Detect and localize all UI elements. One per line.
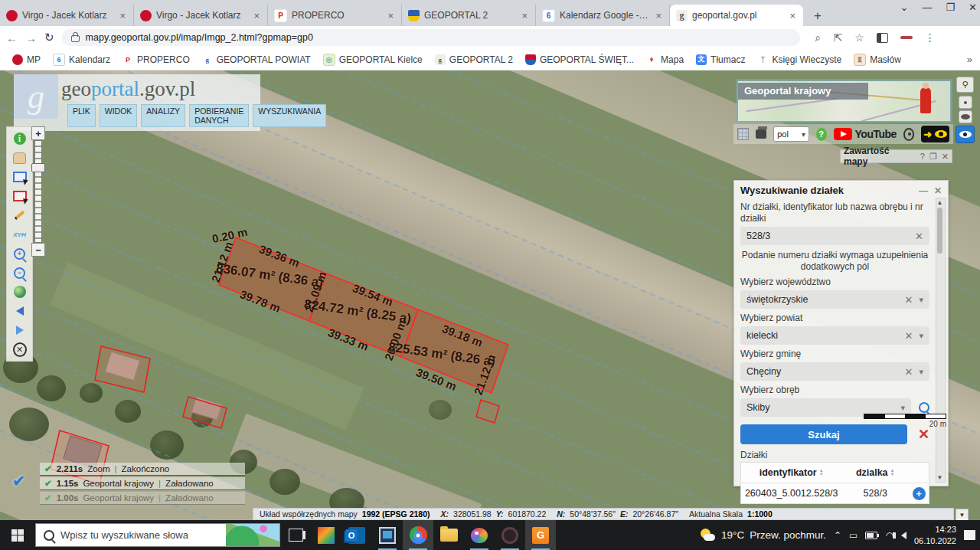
bookmark-tlumacz[interactable]: 文Tłumacz — [691, 53, 750, 67]
back-icon[interactable]: ← — [6, 31, 18, 44]
menu-widok[interactable]: WIDOK — [100, 104, 138, 127]
tab-close-icon[interactable]: × — [386, 10, 395, 21]
bookmarks-overflow-icon[interactable]: » — [967, 54, 972, 65]
table-row[interactable]: 260403_5.0012.528/3 528/3 + — [741, 483, 929, 503]
bookmark-kalendarz[interactable]: 6Kalendarz — [48, 52, 115, 67]
search-highlight-art[interactable] — [226, 524, 279, 547]
taskbar-app-chrome[interactable] — [403, 520, 433, 550]
extension-icon[interactable] — [900, 36, 913, 39]
chevron-down-icon[interactable]: ▾ — [900, 403, 905, 413]
full-extent-button[interactable] — [13, 285, 27, 299]
taskbar-app-g[interactable]: G — [525, 520, 556, 550]
pan-button[interactable] — [13, 151, 27, 165]
cancel-icon[interactable]: ✕ — [918, 426, 929, 443]
taskbar-app-paint[interactable] — [464, 520, 495, 550]
help-icon[interactable]: ? — [920, 152, 925, 161]
previous-view-button[interactable] — [13, 304, 27, 318]
menu-wyszukiwania[interactable]: WYSZUKIWANIA — [253, 104, 326, 127]
menu-plik[interactable]: PLIK — [67, 104, 96, 127]
tab-close-icon[interactable]: × — [654, 10, 663, 21]
bookmark-geoportal-kielce[interactable]: ◎GEOPORTAL Kielce — [318, 52, 427, 67]
identify-button[interactable]: i — [13, 132, 27, 146]
slider-zoom-in-button[interactable]: + — [31, 126, 45, 140]
tab-close-icon[interactable]: × — [788, 10, 797, 21]
print-icon[interactable] — [756, 129, 766, 139]
tab-virgo-1[interactable]: Virgo - Jacek Kotlarz × — [0, 5, 134, 26]
map-tools-button[interactable]: ⚲ — [956, 77, 974, 93]
menu-pobieranie-danych[interactable]: POBIERANIE DANYCH — [189, 104, 249, 127]
select-rectangle-button[interactable] — [13, 170, 27, 184]
language-select[interactable]: pol▾ — [773, 126, 809, 142]
overview-minimap[interactable]: Geoportal krajowy — [737, 80, 951, 122]
menu-analizy[interactable]: ANALIZY — [141, 104, 185, 127]
bookmark-maslow[interactable]: ♜Masłów — [849, 52, 906, 67]
map-viewport[interactable]: 0.20 m 21.12 m 39.36 m 836.07 m² (8.36 a… — [0, 70, 980, 520]
tab-close-icon[interactable]: × — [118, 10, 127, 21]
bookmark-ksiegi[interactable]: ᛉKsięgi Wieczyste — [753, 53, 846, 67]
zoom-out-button[interactable]: − — [13, 266, 27, 280]
bookmark-geoportal-2[interactable]: gGEOPORTAL 2 — [430, 53, 518, 67]
zoom-slider-track[interactable] — [34, 140, 42, 243]
taskbar-clock[interactable]: 14:23 06.10.2022 — [914, 524, 956, 546]
taskbar-app-photos[interactable] — [311, 520, 341, 550]
tab-close-icon[interactable]: × — [520, 10, 529, 21]
measure-button[interactable] — [13, 208, 27, 222]
tab-close-icon[interactable]: × — [252, 10, 261, 21]
help-button[interactable]: ? — [816, 128, 827, 141]
tab-kalendarz[interactable]: 6 Kalendarz Google - cz × — [536, 5, 670, 26]
chrome-menu-icon[interactable]: ⋮ — [925, 31, 936, 44]
slider-zoom-out-button[interactable]: − — [31, 243, 45, 257]
tab-geoportal2[interactable]: GEOPORTAL 2 × — [402, 5, 536, 26]
taskbar-app-explorer[interactable] — [433, 520, 464, 550]
clear-icon[interactable]: ✕ — [905, 294, 913, 306]
county-select[interactable]: kielecki ✕ ▾ — [740, 326, 929, 345]
scrollbar-thumb[interactable] — [937, 208, 942, 254]
bookmark-geoportal-powiat[interactable]: gGEOPORTAL POWIAT — [198, 53, 315, 67]
next-view-button[interactable] — [13, 323, 27, 337]
volume-icon[interactable] — [901, 532, 906, 539]
scroll-up-icon[interactable]: ▲ — [936, 199, 943, 206]
share-icon[interactable]: ⇱ — [833, 31, 842, 44]
close-icon[interactable]: ✕ — [942, 152, 949, 162]
minimize-icon[interactable]: — — [922, 2, 932, 13]
bookmark-properco[interactable]: PPROPERCO — [118, 53, 194, 67]
panel-scrollbar[interactable]: ▲ ▼ — [936, 198, 946, 483]
tab-properco[interactable]: P PROPERCO × — [268, 5, 402, 26]
scroll-down-icon[interactable]: ▼ — [936, 474, 943, 481]
chevron-down-icon[interactable]: ▾ — [919, 367, 923, 377]
clear-selection-button[interactable]: ✕ — [13, 342, 27, 356]
province-select[interactable]: świętokrzyskie ✕ ▾ — [740, 290, 929, 309]
column-dzialka[interactable]: dzialka▲▼ — [841, 463, 909, 483]
settings-wheel-icon[interactable] — [903, 128, 914, 141]
reload-icon[interactable]: ↻ — [44, 31, 54, 44]
maximize-icon[interactable]: ❐ — [946, 2, 955, 13]
taskbar-app-snip[interactable] — [372, 520, 403, 550]
close-icon[interactable]: ✕ — [934, 185, 942, 196]
zoom-in-button[interactable]: + — [13, 247, 27, 260]
new-tab-button[interactable]: + — [808, 6, 828, 26]
notification-center-icon[interactable] — [964, 530, 975, 540]
minimize-icon[interactable]: — — [919, 185, 928, 196]
eye-toggle-button[interactable] — [959, 110, 972, 123]
taskbar-app-outlook[interactable] — [341, 520, 372, 550]
bookmark-mp[interactable]: MP — [8, 53, 45, 67]
visibility-toggle[interactable]: ➜ — [921, 126, 949, 142]
select-red-rectangle-button[interactable] — [13, 189, 27, 203]
layer-visibility-button[interactable] — [956, 126, 975, 143]
tab-geoportal-active[interactable]: g geoportal.gov.pl × — [670, 5, 803, 26]
column-identyfikator[interactable]: identyfikator▲▼ — [741, 463, 841, 483]
youtube-link[interactable]: YouTube — [834, 128, 897, 140]
bookmark-star-icon[interactable]: ☆ — [854, 31, 864, 44]
chevron-down-icon[interactable]: ▾ — [919, 295, 923, 305]
scroll-down-button[interactable]: ▼ — [956, 509, 969, 520]
parcel-number-input[interactable]: 528/3 ✕ — [740, 227, 929, 245]
side-panel-icon[interactable] — [877, 33, 888, 43]
tab-virgo-2[interactable]: Virgo - Jacek Kotlarz × — [134, 5, 268, 26]
taskbar-app-dark[interactable] — [495, 520, 525, 550]
weather-widget[interactable]: 19°C Przew. pochmur. — [699, 529, 826, 542]
clear-icon[interactable]: ✕ — [905, 330, 913, 342]
bookmark-mapa[interactable]: ⬧Mapa — [642, 53, 688, 67]
add-parcel-button[interactable]: + — [913, 487, 926, 500]
forward-icon[interactable]: → — [25, 31, 37, 44]
dot-toggle-button[interactable] — [959, 96, 972, 109]
